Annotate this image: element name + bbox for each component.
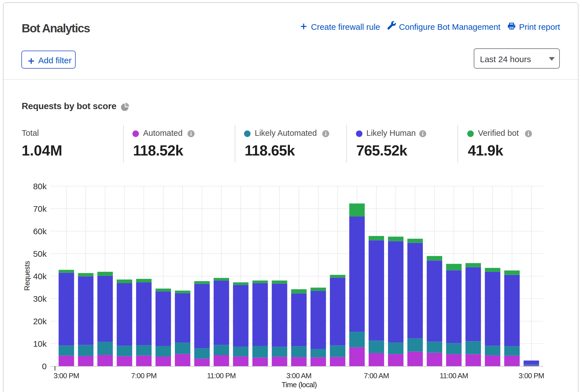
svg-text:Requests: Requests bbox=[23, 261, 31, 291]
svg-text:11:00 PM: 11:00 PM bbox=[207, 371, 236, 380]
svg-text:30k: 30k bbox=[33, 294, 47, 303]
svg-text:3:00 AM: 3:00 AM bbox=[286, 371, 311, 380]
svg-text:20k: 20k bbox=[33, 317, 47, 326]
svg-text:40k: 40k bbox=[33, 272, 47, 281]
svg-text:3:00 PM: 3:00 PM bbox=[54, 371, 79, 380]
svg-text:10k: 10k bbox=[33, 339, 47, 348]
svg-text:50k: 50k bbox=[33, 249, 47, 258]
svg-text:11:00 AM: 11:00 AM bbox=[440, 371, 468, 380]
svg-text:Time (local): Time (local) bbox=[281, 380, 317, 389]
svg-text:0: 0 bbox=[42, 362, 47, 371]
svg-text:7:00 AM: 7:00 AM bbox=[364, 371, 389, 380]
svg-text:80k: 80k bbox=[33, 182, 47, 191]
svg-text:70k: 70k bbox=[33, 204, 47, 213]
svg-text:60k: 60k bbox=[33, 227, 47, 236]
svg-text:7:00 PM: 7:00 PM bbox=[131, 371, 157, 380]
svg-text:3:00 PM: 3:00 PM bbox=[519, 371, 544, 380]
